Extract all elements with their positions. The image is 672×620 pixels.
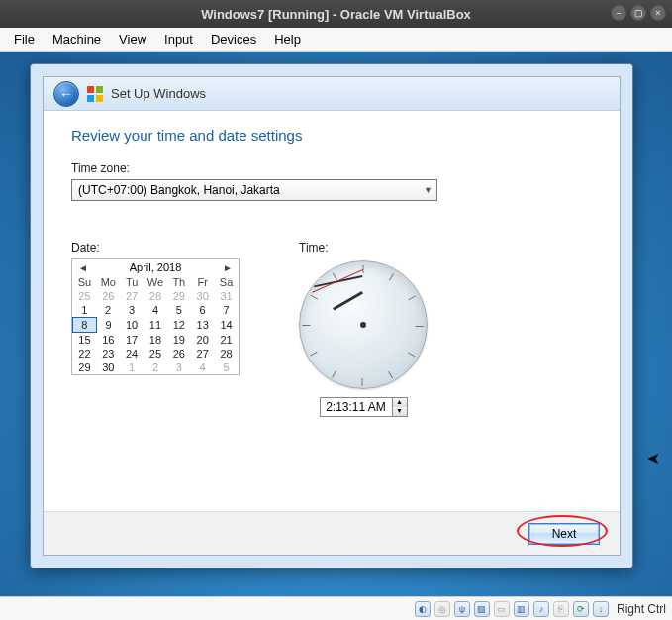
usb-icon[interactable]: ψ: [454, 601, 470, 617]
calendar-day[interactable]: 28: [144, 289, 167, 303]
shared-folder-icon[interactable]: ▧: [474, 601, 490, 617]
time-label: Time:: [299, 241, 428, 255]
time-down-button[interactable]: ▼: [393, 407, 407, 416]
wizard-name: Set Up Windows: [111, 86, 206, 101]
host-key-indicator: Right Ctrl: [617, 602, 666, 616]
calendar-day[interactable]: 4: [191, 361, 215, 374]
maximize-icon[interactable]: ▢: [630, 5, 646, 21]
dow-fr: Fr: [191, 275, 215, 289]
vm-title: Windows7 [Running] - Oracle VM VirtualBo…: [201, 7, 471, 22]
time-input[interactable]: [320, 397, 393, 417]
windows-flag-icon: [87, 86, 103, 102]
dropdown-arrow-icon: ▼: [424, 185, 432, 195]
time-spinner[interactable]: ▲ ▼: [320, 397, 408, 417]
menu-input[interactable]: Input: [156, 30, 201, 49]
menu-devices[interactable]: Devices: [203, 30, 264, 49]
next-button[interactable]: Next: [528, 523, 600, 545]
dow-su: Su: [73, 275, 97, 289]
menu-machine[interactable]: Machine: [45, 30, 109, 49]
minimize-icon[interactable]: –: [611, 5, 626, 21]
calendar-day[interactable]: 10: [120, 318, 144, 333]
calendar-day[interactable]: 21: [215, 333, 239, 348]
calendar-day[interactable]: 20: [191, 333, 215, 348]
optical-icon[interactable]: ◎: [434, 601, 450, 617]
timezone-value: (UTC+07:00) Bangkok, Hanoi, Jakarta: [78, 183, 280, 197]
calendar-day[interactable]: 19: [167, 333, 191, 348]
mouse-integration-icon[interactable]: ↓: [593, 601, 609, 617]
calendar-day[interactable]: 4: [144, 303, 167, 318]
calendar-day[interactable]: 30: [96, 361, 120, 374]
calendar-day-selected[interactable]: 8: [73, 318, 97, 333]
dow-tu: Tu: [120, 275, 144, 289]
calendar-day[interactable]: 27: [120, 289, 144, 303]
guest-desktop: ← Set Up Windows Review your time and da…: [0, 52, 672, 596]
vm-statusbar: ◐ ◎ ψ ▧ ▭ ▥ ♪ ⎘ ⟳ ↓ Right Ctrl: [0, 596, 672, 620]
calendar-day[interactable]: 3: [120, 303, 144, 318]
dow-th: Th: [167, 275, 191, 289]
calendar-day[interactable]: 26: [167, 347, 191, 361]
calendar-day[interactable]: 15: [73, 333, 97, 348]
clock-minute-hand: [314, 275, 362, 287]
recording-icon[interactable]: ⟳: [573, 601, 589, 617]
back-arrow-icon: ←: [59, 86, 73, 102]
harddisk-icon[interactable]: ◐: [415, 601, 431, 617]
clock-hour-hand: [333, 291, 363, 311]
date-label: Date:: [71, 241, 240, 255]
calendar-day[interactable]: 23: [96, 347, 120, 361]
calendar-day[interactable]: 22: [73, 347, 97, 361]
dow-sa: Sa: [215, 275, 239, 289]
audio-icon[interactable]: ♪: [533, 601, 549, 617]
time-up-button[interactable]: ▲: [393, 398, 407, 407]
calendar-day[interactable]: 27: [191, 347, 215, 361]
menu-view[interactable]: View: [111, 30, 154, 49]
calendar-day[interactable]: 2: [144, 361, 167, 374]
calendar-day[interactable]: 12: [167, 318, 191, 333]
back-button[interactable]: ←: [53, 81, 79, 107]
timezone-label: Time zone:: [71, 161, 592, 175]
calendar-day[interactable]: 24: [120, 347, 144, 361]
calendar-day[interactable]: 14: [215, 318, 239, 333]
setup-dialog: ← Set Up Windows Review your time and da…: [30, 63, 633, 568]
calendar-day[interactable]: 28: [215, 347, 239, 361]
calendar-day[interactable]: 29: [167, 289, 191, 303]
timezone-select[interactable]: (UTC+07:00) Bangkok, Hanoi, Jakarta ▼: [71, 179, 437, 201]
calendar-day[interactable]: 7: [215, 303, 239, 318]
calendar-day[interactable]: 6: [191, 303, 215, 318]
prev-month-button[interactable]: ◄: [76, 262, 90, 273]
calendar-day[interactable]: 18: [144, 333, 167, 348]
page-heading: Review your time and date settings: [71, 127, 592, 144]
calendar-day[interactable]: 9: [96, 318, 120, 333]
svg-rect-2: [87, 95, 94, 102]
calendar-day[interactable]: 3: [167, 361, 191, 374]
calendar-day[interactable]: 25: [144, 347, 167, 361]
display-icon[interactable]: ▭: [494, 601, 510, 617]
calendar-day[interactable]: 13: [191, 318, 215, 333]
close-icon[interactable]: ×: [650, 5, 666, 21]
dialog-footer: Next: [44, 511, 620, 555]
calendar-day[interactable]: 26: [96, 289, 120, 303]
svg-rect-0: [87, 86, 94, 93]
calendar-day[interactable]: 5: [167, 303, 191, 318]
calendar-day[interactable]: 31: [215, 289, 239, 303]
clipboard-icon[interactable]: ⎘: [553, 601, 569, 617]
calendar-day[interactable]: 5: [215, 361, 239, 374]
calendar-day[interactable]: 30: [191, 289, 215, 303]
calendar-day[interactable]: 25: [73, 289, 97, 303]
calendar-day[interactable]: 29: [73, 361, 97, 374]
menu-file[interactable]: File: [6, 30, 43, 49]
calendar-day[interactable]: 1: [120, 361, 144, 374]
calendar-day[interactable]: 11: [144, 318, 167, 333]
dow-mo: Mo: [96, 275, 120, 289]
calendar-day[interactable]: 2: [96, 303, 120, 318]
calendar-day[interactable]: 1: [73, 303, 97, 318]
window-controls: – ▢ ×: [611, 5, 666, 21]
dow-we: We: [144, 275, 167, 289]
network-icon[interactable]: ▥: [514, 601, 529, 617]
calendar-day[interactable]: 17: [120, 333, 144, 348]
menu-help[interactable]: Help: [266, 30, 309, 49]
calendar-day[interactable]: 16: [96, 333, 120, 348]
next-month-button[interactable]: ►: [221, 262, 235, 273]
clock-second-hand: [312, 269, 363, 293]
calendar[interactable]: ◄ April, 2018 ► Su Mo Tu We Th: [71, 258, 240, 375]
svg-rect-1: [96, 86, 103, 93]
